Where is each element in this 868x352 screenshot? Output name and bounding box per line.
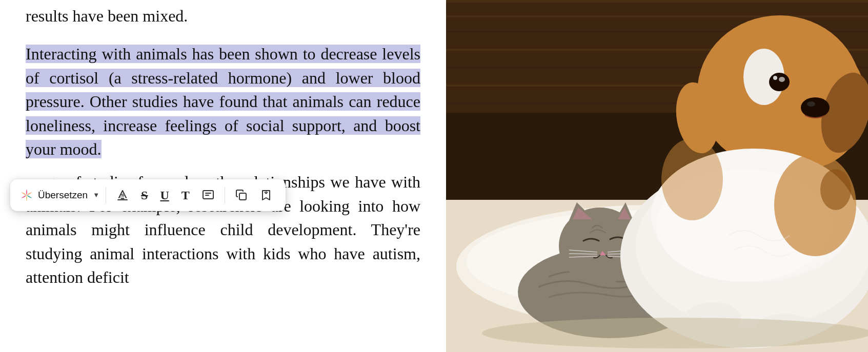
highlighted-paragraph[interactable]: Interacting with animals has been shown … [26, 42, 420, 161]
right-panel [446, 0, 868, 352]
intro-text-content: results have been mixed. [26, 7, 188, 25]
underline-icon: U [160, 189, 169, 202]
pet-photo [446, 0, 868, 352]
dropdown-arrow: ▼ [93, 191, 99, 199]
bookmark-button[interactable] [256, 187, 276, 203]
copy-button[interactable] [231, 187, 252, 203]
svg-point-36 [773, 76, 777, 80]
divider-2 [225, 187, 225, 203]
text-style-button[interactable]: T [177, 187, 194, 204]
highlight-icon [116, 189, 129, 201]
comment-button[interactable] [198, 187, 218, 203]
strikethrough-icon: S [141, 189, 148, 202]
highlighted-text: Interacting with animals has been shown … [26, 45, 420, 158]
divider-1 [106, 187, 106, 203]
svg-point-37 [801, 97, 830, 118]
left-panel: results have been mixed. Interacting wit… [0, 0, 446, 352]
svg-line-22 [569, 254, 597, 254]
underline-button[interactable]: U [156, 187, 173, 204]
svg-point-46 [482, 318, 868, 348]
highlight-button[interactable] [112, 187, 133, 203]
brand-icon [19, 188, 34, 202]
svg-point-38 [807, 101, 815, 107]
text-icon: T [181, 189, 190, 202]
svg-point-34 [769, 73, 790, 91]
svg-rect-5 [446, 15, 868, 17]
text-toolbar: Übersetzen ▼ S U T [10, 179, 286, 211]
bookmark-icon [260, 189, 272, 201]
comment-icon [202, 189, 214, 201]
svg-point-35 [779, 77, 785, 82]
svg-point-45 [820, 169, 851, 210]
brand-label: Übersetzen [38, 190, 88, 201]
svg-point-42 [661, 138, 723, 220]
svg-rect-1 [239, 193, 246, 200]
copy-icon [235, 189, 248, 201]
strikethrough-button[interactable]: S [137, 187, 152, 204]
intro-text: results have been mixed. [26, 0, 420, 28]
translate-brand[interactable]: Übersetzen ▼ [19, 188, 99, 202]
svg-rect-4 [446, 0, 868, 3]
